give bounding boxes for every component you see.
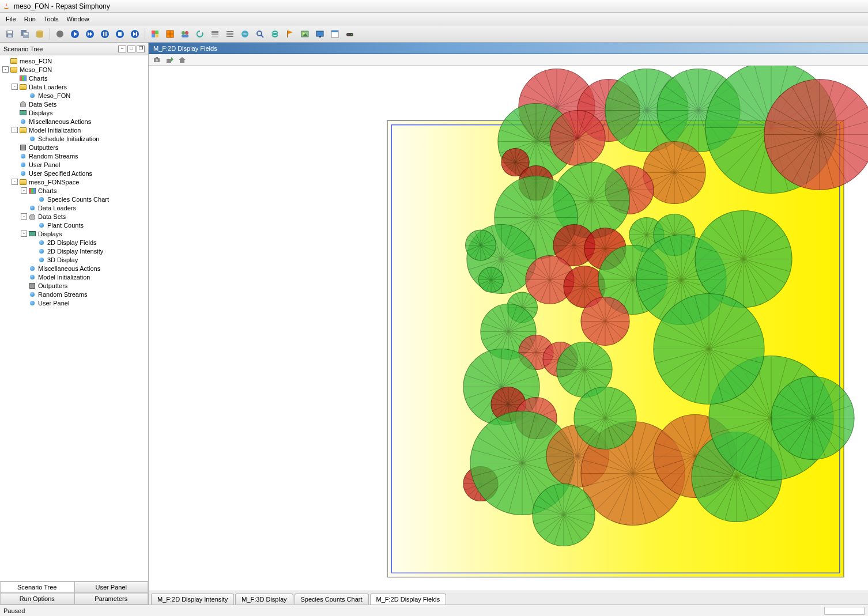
flag-icon[interactable] xyxy=(284,28,296,40)
browser-icon[interactable] xyxy=(269,28,281,40)
tree-node[interactable]: User Panel xyxy=(0,298,148,307)
tree-node[interactable]: Model Initialization xyxy=(0,273,148,281)
screen-icon[interactable] xyxy=(314,28,326,40)
tree-node[interactable]: meso_FON xyxy=(0,56,148,65)
svg-point-28 xyxy=(182,31,185,35)
svg-point-53 xyxy=(351,34,352,35)
refresh-icon[interactable] xyxy=(194,28,206,40)
tree-toggle-icon[interactable]: - xyxy=(2,66,9,73)
grid-color-icon[interactable] xyxy=(164,28,176,40)
tree-node[interactable]: Displays xyxy=(0,108,148,117)
svg-rect-36 xyxy=(227,36,233,37)
tree-node[interactable]: -Charts xyxy=(0,186,148,195)
tree-node[interactable]: 3D Display xyxy=(0,255,148,264)
home-icon[interactable] xyxy=(178,55,187,65)
tree-node[interactable]: Schedule Initialization xyxy=(0,134,148,143)
menu-file[interactable]: File xyxy=(2,14,20,24)
simulation-canvas[interactable] xyxy=(149,66,868,591)
sidebar-tab-user-panel[interactable]: User Panel xyxy=(74,581,149,593)
svg-rect-1 xyxy=(7,31,12,33)
tree-label: Charts xyxy=(29,75,47,82)
maximize-panel-icon[interactable]: □ xyxy=(127,46,135,52)
tree-folder xyxy=(10,66,18,73)
tree-node[interactable]: Random Streams xyxy=(0,152,148,160)
tree-node[interactable]: -Meso_FON xyxy=(0,65,148,74)
view-tab[interactable]: Species Counts Chart xyxy=(295,594,369,604)
pause-icon[interactable] xyxy=(99,28,111,40)
tree-toggle-icon[interactable]: - xyxy=(12,127,18,133)
controller-icon[interactable] xyxy=(344,28,356,40)
tree-label: Random Streams xyxy=(29,153,78,160)
window-icon[interactable] xyxy=(329,28,341,40)
tree-folder xyxy=(19,179,27,186)
menu-window[interactable]: Window xyxy=(63,14,93,24)
tree-node[interactable]: User Panel xyxy=(0,160,148,169)
sidebar-tab-run-options[interactable]: Run Options xyxy=(0,593,74,604)
tree-node[interactable]: Outputters xyxy=(0,281,148,290)
users-icon[interactable] xyxy=(179,28,191,40)
record-icon[interactable] xyxy=(54,28,66,40)
svg-rect-55 xyxy=(156,57,158,58)
tree-node[interactable]: -Data Loaders xyxy=(0,82,148,91)
export-icon[interactable] xyxy=(165,55,174,65)
minimize-panel-icon[interactable]: – xyxy=(118,46,126,52)
tree-node[interactable]: Miscellaneous Actions xyxy=(0,117,148,126)
tree-node[interactable]: -Displays xyxy=(0,229,148,238)
tree-dot-blue xyxy=(28,274,36,281)
tree-toggle-icon[interactable]: - xyxy=(21,213,27,220)
tree-node[interactable]: Meso_FON xyxy=(0,91,148,100)
fast-forward-icon[interactable] xyxy=(84,28,96,40)
tree-node[interactable]: Miscellaneous Actions xyxy=(0,264,148,273)
db-icon[interactable] xyxy=(33,28,46,40)
status-bar: Paused xyxy=(0,604,868,616)
menu-run[interactable]: Run xyxy=(21,14,39,24)
save-all-icon[interactable] xyxy=(18,28,31,40)
tree-disp-ic xyxy=(19,109,27,116)
window-titlebar: meso_FON - Repast Simphony xyxy=(0,0,868,13)
tree-toggle-icon[interactable]: - xyxy=(21,187,27,194)
svg-point-37 xyxy=(241,31,248,37)
tree-node[interactable]: Species Counts Chart xyxy=(0,195,148,203)
svg-point-29 xyxy=(185,31,188,35)
globe-icon[interactable] xyxy=(239,28,251,40)
tree-node[interactable]: 2D Display Fields xyxy=(0,238,148,247)
svg-rect-33 xyxy=(212,36,218,37)
tree-node[interactable]: Outputters xyxy=(0,143,148,152)
tree-node[interactable]: -meso_FONSpace xyxy=(0,177,148,186)
tree-node[interactable]: Charts xyxy=(0,74,148,82)
layers-icon[interactable] xyxy=(209,28,221,40)
restore-panel-icon[interactable]: ❐ xyxy=(137,46,145,52)
sidebar-tab-scenario-tree[interactable]: Scenario Tree xyxy=(0,581,74,593)
menubar: FileRunToolsWindow xyxy=(0,13,868,25)
scenario-tree[interactable]: meso_FON-Meso_FONCharts-Data LoadersMeso… xyxy=(0,55,148,581)
tree-toggle-icon[interactable]: - xyxy=(12,84,18,90)
palette-icon[interactable] xyxy=(149,28,161,40)
tree-toggle-icon[interactable]: - xyxy=(21,230,27,237)
step-icon[interactable] xyxy=(129,28,141,40)
tree-node[interactable]: Random Streams xyxy=(0,290,148,298)
svg-rect-57 xyxy=(167,59,171,63)
tree-node[interactable]: Data Loaders xyxy=(0,203,148,212)
tree-node[interactable]: -Model Initialization xyxy=(0,126,148,134)
tree-node[interactable]: -Data Sets xyxy=(0,212,148,221)
sidebar-tab-parameters[interactable]: Parameters xyxy=(74,593,149,604)
tree-node[interactable]: Data Sets xyxy=(0,100,148,108)
stop-icon[interactable] xyxy=(114,28,126,40)
view-tab[interactable]: M_F:3D Display xyxy=(235,594,293,604)
tree-dot-blue xyxy=(37,222,46,229)
view-tab[interactable]: M_F:2D Display Intensity xyxy=(151,594,234,604)
camera-icon[interactable] xyxy=(152,55,161,65)
tree-node[interactable]: 2D Display Intensity xyxy=(0,247,148,255)
list-icon[interactable] xyxy=(224,28,236,40)
play-icon[interactable] xyxy=(69,28,81,40)
menu-tools[interactable]: Tools xyxy=(40,14,62,24)
svg-line-39 xyxy=(261,35,263,37)
tree-toggle-icon[interactable]: - xyxy=(12,179,18,185)
svg-rect-30 xyxy=(182,35,188,37)
save-icon[interactable] xyxy=(3,28,16,40)
tree-node[interactable]: User Specified Actions xyxy=(0,169,148,177)
view-tab[interactable]: M_F:2D Display Fields xyxy=(370,594,447,604)
inspect-icon[interactable] xyxy=(254,28,266,40)
tree-node[interactable]: Plant Counts xyxy=(0,221,148,229)
image-icon[interactable] xyxy=(299,28,311,40)
